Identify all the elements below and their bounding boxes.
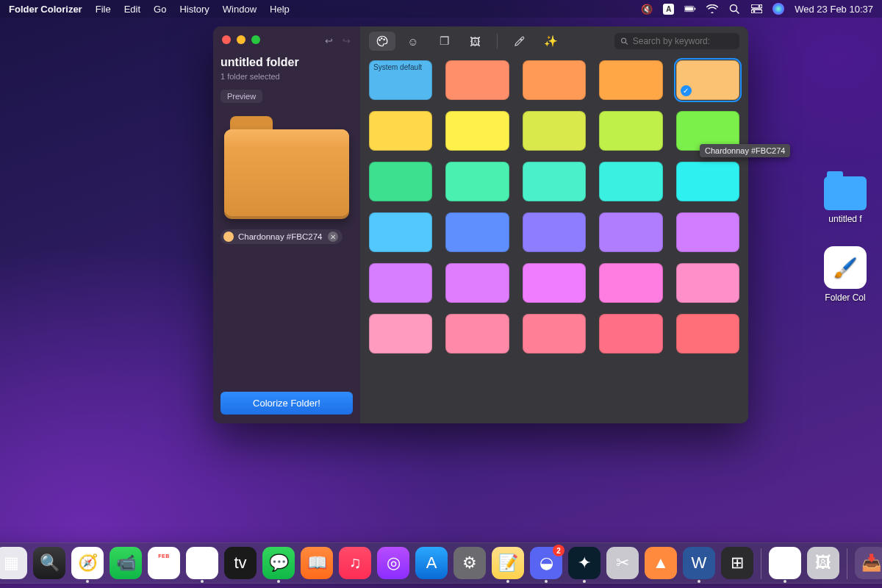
menu-history[interactable]: History [179, 4, 209, 15]
color-swatch[interactable]: ✓ [676, 60, 739, 100]
volume-muted-icon[interactable]: 🔇 [641, 3, 653, 15]
selected-color-chip[interactable]: Chardonnay #FBC274 ✕ [220, 229, 343, 244]
color-swatch[interactable] [369, 162, 432, 201]
window-maximize-button[interactable] [251, 35, 260, 44]
dock-messages[interactable]: 💬 [262, 547, 295, 579]
color-swatch[interactable] [599, 60, 662, 100]
color-swatch[interactable] [599, 212, 662, 252]
colorize-button[interactable]: Colorize Folder! [220, 392, 353, 415]
svg-point-8 [753, 10, 755, 12]
dock-appletv[interactable]: tv [224, 547, 257, 579]
menubar: Folder Colorizer File Edit Go History Wi… [0, 0, 882, 18]
dock-corkscrew[interactable]: ✂ [606, 547, 639, 579]
wifi-icon[interactable] [706, 3, 718, 15]
desktop-app-foldercolorizer[interactable]: 🖌️ Folder Col [816, 246, 875, 303]
dock-launchpad[interactable]: ▦ [0, 547, 27, 579]
toolbar-separator [497, 34, 498, 49]
color-grid-container[interactable]: System default✓ [360, 56, 748, 423]
color-swatch[interactable] [445, 314, 509, 354]
toolbar: ☺ ❐ 🖼 ✨ [360, 26, 748, 56]
chip-remove-button[interactable]: ✕ [328, 232, 338, 242]
dock-vlc[interactable]: ▲ [645, 547, 677, 579]
color-swatch[interactable] [369, 212, 432, 252]
color-swatch[interactable] [445, 263, 509, 303]
color-swatch[interactable] [523, 111, 586, 151]
menu-file[interactable]: File [96, 4, 111, 15]
color-swatch[interactable] [676, 212, 739, 252]
search-field[interactable] [614, 33, 739, 49]
menubar-right: 🔇 A Wed 23 Feb 10:37 [641, 3, 873, 15]
dock-screenshots[interactable]: 🖼 [807, 547, 839, 579]
control-center-icon[interactable] [750, 3, 762, 15]
siri-icon[interactable] [772, 3, 784, 15]
menu-help[interactable]: Help [270, 4, 290, 15]
color-swatch[interactable]: System default [369, 60, 432, 100]
app-window: ↩ ↪ untitled folder 1 folder selected Pr… [213, 26, 748, 423]
dock-music[interactable]: ♫ [339, 547, 371, 579]
dock-league[interactable]: ✦ [568, 547, 600, 579]
color-swatch[interactable] [523, 263, 586, 303]
dock-appstore[interactable]: A [415, 547, 448, 579]
color-swatch[interactable] [445, 212, 509, 252]
dock-spotlight[interactable]: 🔍 [33, 547, 65, 579]
dock-safari[interactable]: 🧭 [71, 547, 104, 579]
dock-calculator[interactable]: ⊞ [721, 547, 753, 579]
search-input[interactable] [633, 36, 734, 46]
color-swatch[interactable] [676, 162, 739, 201]
dock-calendar[interactable]: FEB23 [148, 547, 180, 579]
window-minimize-button[interactable] [237, 35, 245, 44]
dock-settings[interactable]: ⚙ [453, 547, 486, 579]
color-swatch[interactable] [676, 263, 739, 303]
menubar-app-name[interactable]: Folder Colorizer [9, 4, 82, 15]
color-swatch[interactable] [523, 60, 586, 100]
color-swatch[interactable] [523, 212, 586, 252]
calendar-day-label: 23 [156, 558, 172, 573]
menu-window[interactable]: Window [223, 4, 257, 15]
dock-downloads[interactable]: 📥 [855, 547, 882, 579]
dock-chrome[interactable]: ◉ [186, 547, 218, 579]
input-source-icon[interactable]: A [663, 4, 674, 15]
color-swatch[interactable] [369, 314, 432, 354]
window-close-button[interactable] [222, 35, 231, 44]
undo-button[interactable]: ↩ [325, 35, 334, 44]
window-sidebar: ↩ ↪ untitled folder 1 folder selected Pr… [213, 26, 360, 423]
color-swatch[interactable] [676, 314, 739, 354]
search-icon[interactable] [728, 3, 740, 15]
color-swatch[interactable] [445, 60, 509, 100]
menu-edit[interactable]: Edit [124, 4, 140, 15]
dock-facetime[interactable]: 📹 [110, 547, 142, 579]
svg-point-9 [379, 40, 381, 41]
battery-icon[interactable] [684, 3, 696, 15]
tab-image[interactable]: 🖼 [462, 32, 488, 51]
folder-preview [224, 116, 349, 219]
color-swatch[interactable] [599, 111, 662, 151]
color-swatch[interactable] [523, 162, 586, 201]
color-swatch[interactable] [369, 111, 432, 151]
color-swatch[interactable] [599, 314, 662, 354]
tab-shapes[interactable]: ❐ [431, 32, 457, 51]
dock-word[interactable]: W [683, 547, 715, 579]
checkmark-icon: ✓ [681, 85, 692, 96]
tab-emoji[interactable]: ☺ [400, 32, 426, 51]
dock-foldercolorizer[interactable]: 🖌 [769, 547, 801, 579]
color-swatch[interactable] [599, 263, 662, 303]
menu-go[interactable]: Go [154, 4, 166, 15]
color-swatch[interactable] [445, 111, 509, 151]
dock-podcasts[interactable]: ◎ [377, 547, 409, 579]
color-swatch[interactable] [369, 263, 432, 303]
color-swatch[interactable] [445, 162, 509, 201]
dock-notes[interactable]: 📝 [492, 547, 524, 579]
svg-rect-7 [751, 10, 762, 13]
desktop-app-label: Folder Col [816, 293, 875, 303]
svg-point-6 [758, 5, 760, 7]
redo-button[interactable]: ↪ [343, 35, 351, 44]
dock-books[interactable]: 📖 [301, 547, 333, 579]
magic-button[interactable]: ✨ [537, 32, 564, 51]
desktop-folder[interactable]: untitled f [816, 176, 875, 224]
dock-discord[interactable]: ◒2 [530, 547, 562, 579]
menubar-datetime[interactable]: Wed 23 Feb 10:37 [795, 4, 873, 15]
color-swatch[interactable] [599, 162, 662, 201]
tab-palette[interactable] [369, 32, 395, 51]
eyedropper-button[interactable] [506, 32, 533, 51]
color-swatch[interactable] [523, 314, 586, 354]
